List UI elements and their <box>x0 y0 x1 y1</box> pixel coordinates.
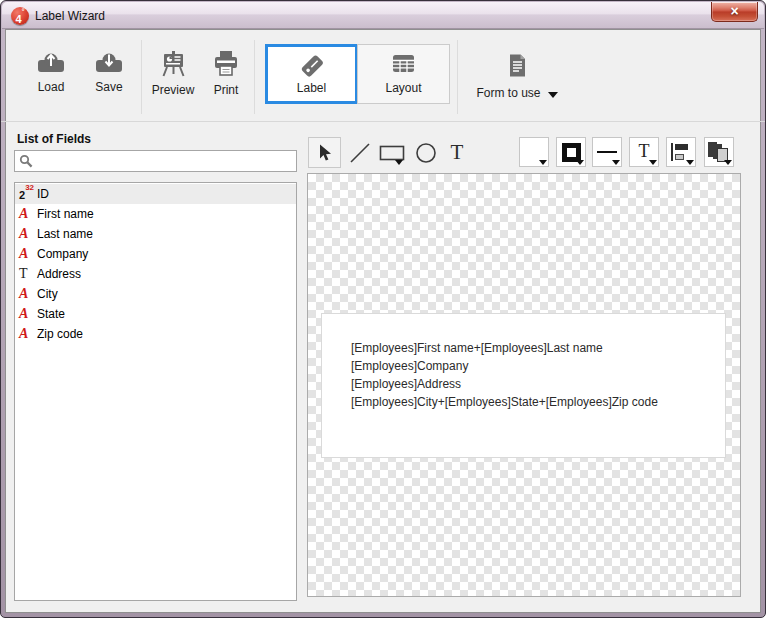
int32-field-type-icon: 232 <box>19 188 37 201</box>
preview-icon <box>160 50 187 77</box>
border-style-button[interactable] <box>556 137 586 167</box>
field-search-input[interactable] <box>14 150 297 172</box>
cursor-arrow-icon <box>317 144 332 162</box>
toolbar-separator <box>457 40 458 114</box>
field-row-zip-code[interactable]: AZip code <box>15 324 296 344</box>
print-icon <box>212 50 240 77</box>
select-tool-button[interactable] <box>308 137 341 168</box>
alpha-field-type-icon: A <box>19 227 37 241</box>
field-row-address[interactable]: TAddress <box>15 264 296 284</box>
tab-layout[interactable]: Layout <box>357 44 450 104</box>
layers-icon <box>708 142 730 163</box>
fill-color-button[interactable] <box>519 137 549 167</box>
form-to-use-dropdown[interactable]: Form to use <box>462 53 572 100</box>
field-label: Address <box>37 267 81 281</box>
tab-label[interactable]: Label <box>265 44 358 104</box>
fields-list[interactable]: 232IDAFirst nameALast nameACompanyTAddre… <box>14 182 297 601</box>
alignment-button[interactable] <box>666 137 696 167</box>
load-label: Load <box>38 80 65 94</box>
label-line: [Employees]City+[Employees]State+[Employ… <box>351 393 725 411</box>
tab-label-text: Label <box>297 81 326 95</box>
line-width-icon <box>597 151 617 153</box>
label-object[interactable]: [Employees]First name+[Employees]Last na… <box>321 313 726 458</box>
line-width-button[interactable] <box>592 137 622 167</box>
search-icon <box>19 154 33 168</box>
alpha-field-type-icon: A <box>19 327 37 341</box>
alpha-field-type-icon: A <box>19 287 37 301</box>
arrange-layers-button[interactable] <box>704 137 734 167</box>
fields-panel-title: List of Fields <box>17 132 91 146</box>
alignment-icon <box>671 143 691 161</box>
field-label: Last name <box>37 227 93 241</box>
line-tool-button[interactable] <box>347 140 373 166</box>
layout-grid-icon <box>390 52 417 75</box>
field-row-city[interactable]: ACity <box>15 284 296 304</box>
border-frame-icon <box>562 143 581 162</box>
field-row-last-name[interactable]: ALast name <box>15 224 296 244</box>
window-title: Label Wizard <box>35 9 105 23</box>
label-line: [Employees]Company <box>351 357 725 375</box>
text-style-icon: T <box>639 142 650 160</box>
label-text-block: [Employees]First name+[Employees]Last na… <box>322 314 725 411</box>
save-icon <box>94 50 124 74</box>
text-field-type-icon: T <box>19 267 37 281</box>
form-document-icon <box>507 53 528 78</box>
field-label: Company <box>37 247 88 261</box>
field-search <box>14 150 297 172</box>
label-line: [Employees]Address <box>351 375 725 393</box>
form-to-use-label: Form to use <box>476 86 540 100</box>
load-icon <box>36 50 66 74</box>
label-tag-icon <box>298 51 326 79</box>
field-label: State <box>37 307 65 321</box>
save-button[interactable]: Save <box>84 50 134 94</box>
field-row-state[interactable]: AState <box>15 304 296 324</box>
field-row-id[interactable]: 232ID <box>15 184 296 204</box>
print-button[interactable]: Print <box>202 50 250 97</box>
load-button[interactable]: Load <box>26 50 76 94</box>
save-label: Save <box>95 80 122 94</box>
label-line: [Employees]First name+[Employees]Last na… <box>351 339 725 357</box>
ellipse-tool-button[interactable] <box>413 140 439 166</box>
field-label: City <box>37 287 58 301</box>
toolbar-divider <box>1 121 765 122</box>
preview-button[interactable]: Preview <box>144 50 202 97</box>
title-bar[interactable]: 4° Label Wizard <box>2 2 764 29</box>
field-label: Zip code <box>37 327 83 341</box>
field-label: First name <box>37 207 94 221</box>
field-label: ID <box>37 187 49 201</box>
alpha-field-type-icon: A <box>19 207 37 221</box>
text-style-button[interactable]: T <box>629 137 659 167</box>
ellipse-icon <box>414 141 438 165</box>
chevron-down-icon <box>548 92 558 98</box>
tab-layout-text: Layout <box>385 81 421 95</box>
print-label: Print <box>214 83 239 97</box>
toolbar-separator <box>254 40 255 114</box>
line-icon <box>349 142 371 164</box>
toolbar-separator <box>141 40 142 114</box>
field-row-first-name[interactable]: AFirst name <box>15 204 296 224</box>
alpha-field-type-icon: A <box>19 247 37 261</box>
field-row-company[interactable]: ACompany <box>15 244 296 264</box>
text-tool-button[interactable]: T <box>445 137 469 167</box>
close-button[interactable]: × <box>711 2 758 22</box>
design-canvas[interactable]: [Employees]First name+[Employees]Last na… <box>307 173 741 597</box>
rectangle-tool-dropdown-arrow[interactable] <box>395 160 403 165</box>
alpha-field-type-icon: A <box>19 307 37 321</box>
app-4d-icon: 4° <box>11 7 29 25</box>
preview-label: Preview <box>152 83 195 97</box>
